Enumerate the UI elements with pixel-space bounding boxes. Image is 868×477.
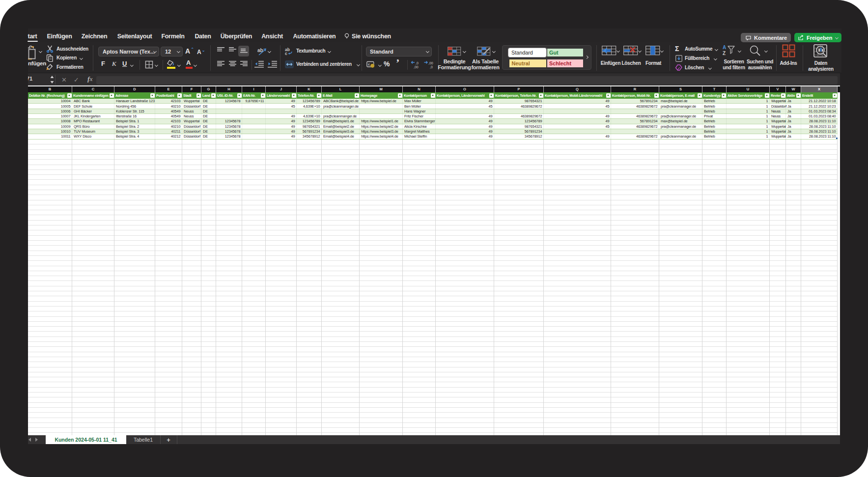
svg-text:Z: Z <box>723 51 726 56</box>
svg-text:c: c <box>285 51 287 56</box>
svg-text:K: K <box>368 62 370 67</box>
svg-text:A: A <box>723 45 726 50</box>
svg-text:,0: ,0 <box>416 61 419 65</box>
svg-text:,0: ,0 <box>430 65 433 69</box>
svg-text:,00: ,00 <box>414 65 419 69</box>
svg-text:,00: ,00 <box>428 61 433 65</box>
